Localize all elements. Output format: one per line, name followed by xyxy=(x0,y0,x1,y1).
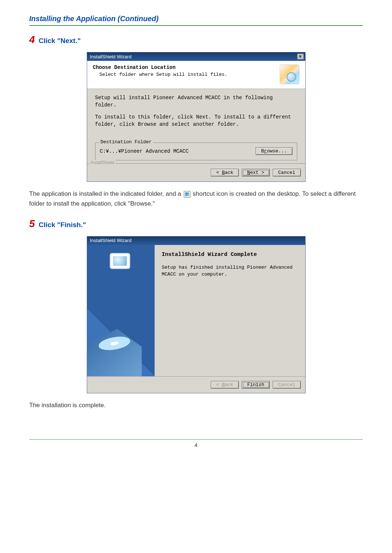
destination-path: C:¥...¥Pioneer Advanced MCACC xyxy=(100,148,189,154)
back2-post: ack xyxy=(225,382,233,388)
back2-pre: < xyxy=(216,382,222,388)
para1-a: The application is installed in the indi… xyxy=(29,190,183,197)
browse-post: owse... xyxy=(267,148,287,154)
dialog2-body: InstallShield Wizard Complete Setup has … xyxy=(87,245,305,376)
browse-pre: B xyxy=(261,148,264,154)
step-4-line: 4 Click "Next." xyxy=(29,34,363,46)
back-button-disabled: < Back xyxy=(211,381,239,389)
step-4-text: Click "Next." xyxy=(39,37,81,44)
step-5-line: 5 Click "Finish." xyxy=(29,218,363,230)
dialog1-button-row: < Back Next > Cancel xyxy=(92,169,301,176)
page-number: 4 xyxy=(29,439,363,448)
dialog2-text: Setup has finished installing Pioneer Ad… xyxy=(162,264,298,278)
back-button[interactable]: < Back xyxy=(211,169,239,176)
destination-folder-group: Destination Folder C:¥...¥Pioneer Advanc… xyxy=(95,143,297,160)
next-post: ext > xyxy=(250,170,264,175)
back-pre: < xyxy=(216,170,222,175)
app-shortcut-icon xyxy=(184,191,190,198)
dialog1-titlebar: InstallShield Wizard × xyxy=(87,52,305,61)
dialog2-main: InstallShield Wizard Complete Setup has … xyxy=(155,245,305,376)
dialog1-header-text: Choose Destination Location Select folde… xyxy=(93,65,280,77)
dialog1-line2: To install to this folder, click Next. T… xyxy=(95,113,297,128)
monitor-icon xyxy=(110,253,130,269)
dialog1-header: Choose Destination Location Select folde… xyxy=(87,61,305,89)
section-title: Installing the Application (Continued) xyxy=(29,15,363,26)
finish-button[interactable]: Finish xyxy=(242,381,270,389)
install-description: The application is installed in the indi… xyxy=(29,189,363,209)
cancel-button-disabled: Cancel xyxy=(273,381,301,389)
dialog1-header-sub: Select folder where Setup will install f… xyxy=(100,72,280,77)
dialog2-title: InstallShield Wizard xyxy=(90,238,132,243)
cancel-button[interactable]: Cancel xyxy=(273,169,301,176)
installer-logo-icon xyxy=(280,65,299,84)
installshield-label: InstallShield xyxy=(89,160,116,165)
dialog1-footer: InstallShield < Back Next > Cancel xyxy=(87,163,305,182)
dialog2-titlebar: InstallShield Wizard xyxy=(87,236,305,245)
dialog1-line1: Setup will install Pioneer Advanced MCAC… xyxy=(95,94,297,109)
dialog2-footer: < Back Finish Cancel xyxy=(87,376,305,393)
step-5-text: Click "Finish." xyxy=(39,221,86,229)
page: Installing the Application (Continued) 4… xyxy=(0,0,392,553)
step-5-number: 5 xyxy=(29,218,35,229)
step-4-number: 4 xyxy=(29,34,35,45)
next-button[interactable]: Next > xyxy=(242,169,270,176)
next-hotkey: N xyxy=(247,170,250,175)
completion-text: The installation is complete. xyxy=(29,401,363,410)
back-post: ack xyxy=(225,170,233,175)
close-icon[interactable]: × xyxy=(297,54,304,59)
browse-hotkey: r xyxy=(264,148,267,154)
dialog2-heading: InstallShield Wizard Complete xyxy=(162,252,298,258)
destination-folder-legend: Destination Folder xyxy=(99,139,153,145)
dialog1-header-title: Choose Destination Location xyxy=(93,65,280,70)
dialog2-side-graphic xyxy=(87,245,155,376)
install-complete-dialog: InstallShield Wizard InstallShield Wizar… xyxy=(87,236,306,393)
dialog1-title: InstallShield Wizard xyxy=(90,54,132,59)
browse-button[interactable]: Browse... xyxy=(256,147,292,155)
install-location-dialog: InstallShield Wizard × Choose Destinatio… xyxy=(87,52,306,182)
dialog1-body: Setup will install Pioneer Advanced MCAC… xyxy=(87,89,305,163)
